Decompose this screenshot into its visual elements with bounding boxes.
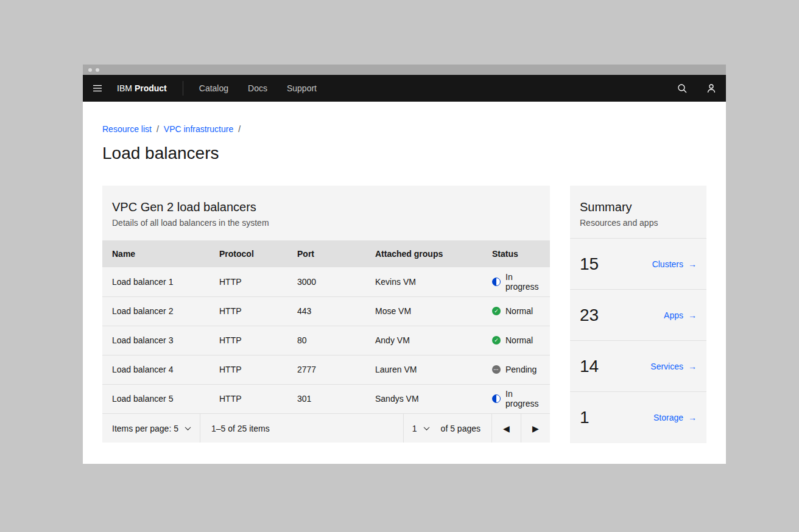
- services-count: 14: [580, 357, 599, 376]
- cell-port: 80: [287, 326, 365, 355]
- summary-card-title: Summary: [580, 199, 697, 215]
- clusters-count: 15: [580, 254, 599, 274]
- brand-product: Product: [135, 83, 167, 93]
- previous-page-button[interactable]: ◀: [491, 414, 521, 443]
- cell-attached-group: Sandys VM: [365, 384, 482, 413]
- cell-protocol: HTTP: [209, 267, 287, 296]
- breadcrumb-separator: /: [157, 124, 159, 135]
- app-window: IBM Product Catalog Docs Support: [83, 65, 726, 464]
- user-avatar-button[interactable]: [697, 75, 726, 102]
- cell-attached-group: Andy VM: [365, 326, 482, 355]
- page-number-value: 1: [412, 424, 417, 433]
- brand-prefix: IBM: [117, 83, 132, 93]
- table-card-header: VPC Gen 2 load balancers Details of all …: [102, 186, 550, 240]
- storage-link[interactable]: Storage →: [653, 413, 697, 422]
- services-link-label: Services: [650, 362, 683, 371]
- header-nav: Catalog Docs Support: [189, 75, 326, 102]
- hamburger-menu-button[interactable]: [83, 75, 112, 102]
- chevron-down-icon: [185, 424, 191, 430]
- search-button[interactable]: [667, 75, 697, 102]
- cell-status: In progress: [482, 267, 550, 296]
- breadcrumb-vpc-infrastructure[interactable]: VPC infrastructure: [164, 124, 233, 135]
- header-brand-link[interactable]: IBM Product: [117, 75, 167, 102]
- cell-name: Load balancer 4: [102, 355, 209, 384]
- table-row: Load balancer 3 HTTP 80 Andy VM Normal: [102, 326, 550, 355]
- breadcrumb-separator: /: [238, 124, 241, 135]
- breadcrumb: Resource list / VPC infrastructure /: [102, 124, 706, 135]
- arrow-right-icon: →: [688, 260, 697, 268]
- page-content: Resource list / VPC infrastructure / Loa…: [83, 102, 726, 464]
- nav-item-support[interactable]: Support: [277, 75, 326, 102]
- summary-item-services: 14 Services →: [570, 341, 706, 392]
- hamburger-icon: [92, 83, 103, 94]
- window-control-dot: [88, 68, 92, 72]
- load-balancers-table: Name Protocol Port Attached groups Statu…: [102, 240, 550, 413]
- column-header-protocol: Protocol: [209, 240, 287, 267]
- summary-item-storage: 1 Storage →: [570, 392, 706, 443]
- cell-status: Pending: [482, 355, 550, 384]
- status-in-progress-icon: [492, 394, 501, 403]
- clusters-link[interactable]: Clusters →: [652, 259, 697, 269]
- table-card-title: VPC Gen 2 load balancers: [112, 199, 540, 215]
- chevron-down-icon: [423, 424, 429, 430]
- next-page-button[interactable]: ▶: [521, 414, 550, 443]
- storage-count: 1: [580, 408, 590, 427]
- storage-link-label: Storage: [653, 413, 683, 422]
- summary-card-header: Summary Resources and apps: [570, 186, 706, 239]
- cell-attached-group: Mose VM: [365, 296, 482, 326]
- arrow-right-icon: →: [688, 413, 697, 422]
- status-label: In progress: [505, 272, 540, 292]
- table-row: Load balancer 1 HTTP 3000 Kevins VM In p…: [102, 267, 550, 296]
- items-per-page-select[interactable]: Items per page: 5: [102, 414, 200, 443]
- cell-protocol: HTTP: [209, 355, 287, 384]
- cell-name: Load balancer 5: [102, 384, 209, 413]
- status-label: Normal: [505, 335, 533, 345]
- cell-attached-group: Kevins VM: [365, 267, 482, 296]
- page-number-select[interactable]: 1: [403, 414, 437, 443]
- status-normal-icon: [492, 336, 501, 345]
- status-label: Pending: [505, 365, 537, 374]
- cell-protocol: HTTP: [209, 326, 287, 355]
- services-link[interactable]: Services →: [650, 362, 697, 371]
- cell-port: 301: [287, 384, 365, 413]
- apps-link[interactable]: Apps →: [664, 310, 697, 320]
- header-divider: [183, 81, 183, 96]
- table-header-row: Name Protocol Port Attached groups Statu…: [102, 240, 550, 267]
- table-row: Load balancer 2 HTTP 443 Mose VM Normal: [102, 296, 550, 326]
- header-actions: [667, 75, 726, 102]
- window-chrome: [83, 65, 726, 75]
- pagination-range-text: 1–5 of 25 items: [200, 414, 403, 443]
- cards-row: VPC Gen 2 load balancers Details of all …: [102, 186, 706, 443]
- table-row: Load balancer 4 HTTP 2777 Lauren VM Pend…: [102, 355, 550, 384]
- page-title: Load balancers: [102, 143, 706, 164]
- nav-item-catalog[interactable]: Catalog: [189, 75, 238, 102]
- status-label: Normal: [505, 306, 533, 316]
- column-header-status: Status: [482, 240, 550, 267]
- column-header-port: Port: [287, 240, 365, 267]
- breadcrumb-resource-list[interactable]: Resource list: [102, 124, 152, 135]
- cell-attached-group: Lauren VM: [365, 355, 482, 384]
- apps-link-label: Apps: [664, 310, 683, 320]
- pagination-bar: Items per page: 5 1–5 of 25 items 1 of 5…: [102, 413, 550, 443]
- app-header: IBM Product Catalog Docs Support: [83, 75, 726, 102]
- cell-port: 3000: [287, 267, 365, 296]
- cell-status: Normal: [482, 296, 550, 326]
- status-pending-icon: [492, 365, 501, 374]
- search-icon: [677, 83, 688, 94]
- cell-port: 443: [287, 296, 365, 326]
- summary-card-subtitle: Resources and apps: [580, 217, 697, 228]
- column-header-name: Name: [102, 240, 209, 267]
- cell-name: Load balancer 1: [102, 267, 209, 296]
- pagination-pages-text: of 5 pages: [437, 414, 491, 443]
- arrow-right-icon: →: [688, 362, 697, 371]
- cell-name: Load balancer 3: [102, 326, 209, 355]
- nav-item-docs[interactable]: Docs: [238, 75, 277, 102]
- arrow-right-icon: →: [688, 311, 697, 320]
- summary-item-clusters: 15 Clusters →: [570, 239, 706, 290]
- summary-card: Summary Resources and apps 15 Clusters →…: [570, 186, 706, 443]
- user-icon: [706, 83, 717, 94]
- cell-protocol: HTTP: [209, 296, 287, 326]
- cell-status: Normal: [482, 326, 550, 355]
- summary-item-apps: 23 Apps →: [570, 290, 706, 341]
- cell-name: Load balancer 2: [102, 296, 209, 326]
